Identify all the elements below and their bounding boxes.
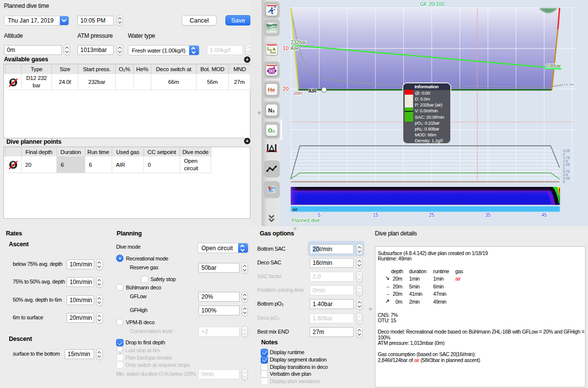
time-tick-3: 35 [485, 212, 491, 218]
date-combobox[interactable]: Thu Jan 17, 2019 [4, 16, 69, 26]
toolbar-n2-graph-button[interactable]: N₂ [266, 104, 278, 116]
drop-to-first-depth-checkbox[interactable] [116, 339, 123, 346]
toolbar-dc-ceiling-button[interactable] [266, 43, 278, 55]
gas-option-stepper-1[interactable] [356, 258, 363, 269]
rate-stepper-1[interactable] [96, 277, 103, 288]
gas-option-input-2[interactable]: 2.0 [310, 272, 354, 282]
conservatism-stepper[interactable] [242, 326, 248, 337]
gas-option-stepper-0[interactable] [356, 244, 363, 255]
rate-stepper-2[interactable] [96, 295, 103, 306]
last-stop-checkbox[interactable] [117, 347, 123, 354]
gas-option-stepper-6[interactable] [356, 327, 363, 338]
notes-checkbox-0[interactable] [261, 349, 268, 356]
delete-point-icon[interactable] [9, 160, 18, 169]
rate-input-0[interactable]: 10m/min [67, 259, 94, 269]
gas-bot-mod-cell[interactable]: 56m [196, 74, 229, 90]
rate-stepper-0[interactable] [96, 259, 103, 270]
rate-input-3[interactable]: 20m/min [67, 313, 94, 323]
time-stepper[interactable] [117, 15, 123, 26]
gas-option-stepper-4[interactable] [356, 299, 363, 310]
gas-mnd-cell[interactable]: 27m [229, 74, 250, 90]
notes-checkbox-1[interactable] [261, 356, 268, 363]
toolbar-ruler-button[interactable] [266, 142, 278, 155]
gas-option-input-4[interactable]: 1.40bar [310, 299, 354, 309]
point-dive-mode-cell[interactable]: Open circuit [180, 156, 212, 173]
collapse-toolbar-button[interactable] [266, 213, 277, 224]
gas-option-input-5[interactable]: 1.60bar [310, 313, 354, 323]
toolbar-photos-button[interactable] [266, 183, 278, 196]
gas-option-input-6[interactable]: 27m [310, 327, 354, 337]
notes-checkbox-3[interactable] [261, 370, 268, 378]
rate-stepper-3[interactable] [96, 312, 103, 324]
gflow-input[interactable]: 20% [198, 292, 240, 302]
chart-scrollbar[interactable] [281, 119, 282, 140]
gas-he-cell[interactable] [134, 74, 151, 90]
gas-option-input-3[interactable]: 0min [310, 285, 354, 295]
delete-gas-icon[interactable] [9, 78, 18, 87]
dive-profile-chart[interactable]: airGF 20/1001020232barAIR108bar20mAIR19.… [280, 0, 588, 226]
reserve-gas-stepper[interactable] [242, 262, 248, 274]
only-switch-checkbox[interactable] [117, 362, 123, 368]
gas-option-stepper-3[interactable] [356, 285, 363, 296]
atm-pressure-input[interactable]: 1013mbar [77, 45, 114, 55]
dive-mode-combobox[interactable]: Open circuit [197, 243, 248, 253]
rate-input-2[interactable]: 10m/min [67, 295, 94, 305]
toolbar-tank-pressure-button[interactable] [266, 64, 278, 76]
backgas-breaks-checkbox[interactable] [117, 354, 123, 361]
toolbar-o2-graph-button[interactable]: O₂ [266, 124, 278, 136]
min-switch-input[interactable]: 0min [198, 369, 240, 379]
water-type-dropdown-button[interactable] [189, 46, 199, 55]
toolbar-he-graph-button[interactable]: He [266, 83, 278, 96]
altitude-stepper[interactable] [64, 44, 70, 55]
rate-input-1[interactable]: 10m/min [67, 277, 94, 287]
gas-o2-cell[interactable] [116, 74, 134, 90]
min-switch-stepper[interactable] [242, 369, 248, 380]
add-point-button[interactable]: + [244, 138, 250, 144]
point-cc-setpoint-cell[interactable]: 0 [144, 156, 180, 173]
cancel-button[interactable]: Cancel [182, 15, 217, 26]
toolbar-ascent-rate-button[interactable] [266, 4, 278, 16]
details-splitter-handle[interactable] [369, 308, 372, 310]
vertical-splitter-handle[interactable] [258, 111, 261, 114]
toolbar-calculated-ceiling-button[interactable] [266, 22, 278, 34]
planner-point-handle[interactable] [321, 87, 326, 92]
point-final-depth-cell[interactable]: 20 [22, 156, 57, 173]
rate-stepper-4[interactable] [96, 349, 103, 360]
buhlmann-deco-radio[interactable] [116, 284, 123, 291]
safety-stop-checkbox[interactable] [141, 276, 148, 283]
plan-row-runtime-2: 47min [433, 291, 446, 297]
gas-type-cell[interactable]: D12 232 bar [22, 74, 52, 90]
point-run-time-cell[interactable]: 6 [85, 156, 112, 173]
date-dropdown-button[interactable] [60, 16, 69, 25]
altitude-input[interactable]: 0m [4, 45, 62, 55]
gfhigh-stepper[interactable] [242, 305, 248, 316]
recreational-mode-radio[interactable] [116, 255, 123, 262]
point-used-gas-cell[interactable]: AIR [112, 156, 144, 173]
horizontal-splitter-handle[interactable] [294, 227, 296, 230]
information-tooltip[interactable]: Information @: 0:00D: 0.0mP: 232bar (air… [402, 82, 451, 144]
atm-pressure-stepper[interactable] [117, 44, 123, 55]
reserve-gas-input[interactable]: 50bar [198, 263, 240, 273]
water-type-combobox[interactable]: Fresh water (1.00kg/ℓ) [128, 45, 199, 55]
gas-option-stepper-2[interactable] [356, 271, 363, 283]
time-input[interactable]: 10:05 PM [77, 16, 114, 26]
toolbar-tissues-button[interactable] [266, 163, 278, 175]
gas-option-input-1[interactable]: 16ℓ/min [310, 258, 354, 268]
save-button[interactable]: Save [225, 15, 251, 26]
add-gas-button[interactable]: + [244, 56, 250, 63]
point-duration-cell[interactable]: 6 [57, 156, 85, 173]
vpmb-deco-radio[interactable] [116, 318, 123, 326]
gas-deco-switch-cell[interactable]: 66m [151, 74, 197, 90]
gflow-stepper[interactable] [242, 291, 248, 303]
density-input[interactable]: 1.00kg/ℓ [207, 45, 243, 55]
gfhigh-input[interactable]: 100% [198, 306, 240, 315]
dive-mode-dropdown-button[interactable] [238, 243, 248, 253]
gas-start-pressure-cell[interactable]: 232bar [78, 74, 116, 90]
conservatism-input[interactable]: +2 [198, 327, 240, 336]
notes-checkbox-4[interactable] [261, 378, 268, 385]
gas-option-stepper-5[interactable] [356, 313, 363, 324]
rate-input-4[interactable]: 15m/min [65, 349, 94, 359]
gas-option-input-0[interactable]: 20ℓ/min [310, 244, 354, 254]
notes-checkbox-2[interactable] [261, 363, 268, 371]
gas-size-cell[interactable]: 24.0ℓ [52, 74, 78, 90]
